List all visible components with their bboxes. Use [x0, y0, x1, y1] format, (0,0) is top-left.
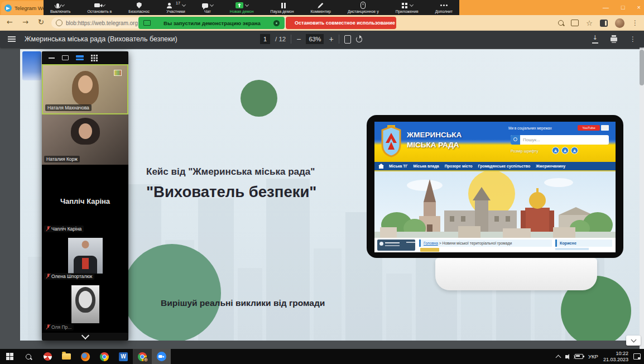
window-view-icon[interactable] [62, 55, 69, 60]
fit-page-icon[interactable] [344, 35, 351, 44]
participant-photo [68, 238, 103, 274]
url-text: blob:https://web.telegram.org [66, 20, 138, 26]
chevron-down-icon[interactable] [182, 2, 186, 6]
gallery-view-icon[interactable] [91, 55, 93, 56]
font-size-a-button[interactable]: A [552, 147, 559, 154]
participants-button[interactable]: 17 Участники [166, 2, 185, 13]
nav-item[interactable]: Міська влада [414, 164, 439, 168]
participant-name-tag: Оля Пр... [44, 324, 74, 331]
battery-icon[interactable] [575, 354, 583, 359]
panel-scroll-down-button[interactable] [42, 333, 128, 341]
youtube-badge[interactable]: YouTube [578, 125, 600, 131]
minimize-button[interactable]: — [603, 4, 609, 11]
reload-button[interactable]: ↻ [38, 18, 44, 26]
clock[interactable]: 10:22 21.03.2023 [603, 351, 628, 363]
rotate-icon[interactable] [356, 36, 362, 42]
stop-video-button[interactable]: Остановить в [87, 2, 112, 13]
share-page-icon[interactable] [571, 20, 579, 26]
pdf-scrollbar[interactable] [640, 47, 644, 349]
profile-avatar[interactable] [615, 18, 624, 28]
download-icon[interactable]: ↓ [592, 35, 598, 43]
keyboard-language[interactable]: УКР [588, 353, 598, 360]
chevron-down-icon[interactable] [61, 2, 65, 6]
chevron-down-icon[interactable] [102, 2, 105, 6]
zoom-level-value[interactable]: 63% [306, 34, 324, 44]
font-size-a-button[interactable]: A [561, 147, 569, 154]
speaker-view-icon[interactable] [76, 55, 84, 61]
site-name: ЖМЕРИНСЬКА МІСЬКА РАДА [407, 130, 462, 150]
video-tile[interactable]: Чапліч Каріна Чапліч Каріна [42, 165, 128, 234]
speaker-icon[interactable] [565, 355, 568, 358]
chevron-down-icon[interactable] [245, 2, 249, 6]
chrome-active-button[interactable] [133, 349, 152, 364]
apps-button[interactable]: Приложения [396, 2, 419, 13]
news-button[interactable] [420, 248, 439, 252]
close-button[interactable]: × [637, 4, 641, 11]
embed-widget[interactable] [377, 240, 415, 251]
chat-button[interactable]: Чат [202, 2, 213, 13]
tray-date: 21.03.2023 [603, 357, 628, 362]
word-button[interactable]: W [114, 349, 133, 364]
pause-share-button[interactable]: Пауза демон [271, 2, 294, 13]
font-size-a-button[interactable]: A [571, 147, 578, 154]
zoom-in-button[interactable]: + [329, 35, 333, 43]
breadcrumb-home-link[interactable]: Головна [424, 241, 438, 245]
print-icon[interactable] [611, 37, 617, 41]
remote-control-button[interactable]: Дистанционное у [348, 2, 379, 13]
security-button[interactable]: Безопаснос [128, 2, 150, 13]
search-icon [26, 354, 31, 360]
side-panel-icon[interactable] [600, 20, 608, 27]
search-icon[interactable] [511, 135, 520, 145]
back-button[interactable]: ← [7, 18, 13, 26]
site-info-icon[interactable] [56, 20, 63, 26]
scrollbar-thumb[interactable] [640, 50, 644, 85]
video-tile[interactable]: Олена Шпорталюк [42, 234, 128, 282]
zoom-camera-icon [157, 352, 166, 361]
nav-item[interactable]: Прозоре місто [445, 164, 473, 168]
nav-item[interactable]: Міська ТГ [389, 164, 408, 168]
video-tile[interactable]: Оля Пр... [42, 282, 128, 333]
page-total-label: / 12 [275, 36, 286, 42]
new-share-button[interactable]: Новая демон [230, 2, 254, 13]
home-icon[interactable] [379, 166, 383, 169]
chrome-button[interactable] [95, 349, 114, 364]
start-button[interactable] [0, 349, 19, 364]
zoom-out-button[interactable]: − [296, 35, 301, 43]
wall-picture [114, 70, 122, 76]
video-tile[interactable]: Наталя Махначова [42, 64, 128, 114]
annotate-button[interactable]: Комментир [311, 2, 331, 13]
more-button[interactable]: Дополнит [435, 2, 453, 13]
chevron-down-icon[interactable] [410, 2, 414, 6]
zoom-page-icon[interactable] [558, 20, 564, 26]
pdf-more-icon[interactable]: ⋮ [629, 36, 636, 42]
site-search-field[interactable]: Пошук... [511, 135, 609, 145]
slide-title: "Вихователь безпеки" [146, 183, 316, 201]
forward-button[interactable]: → [22, 18, 28, 26]
file-explorer-button[interactable] [57, 349, 76, 364]
useful-link-item[interactable] [555, 248, 589, 250]
taskbar-search-button[interactable] [19, 349, 38, 364]
hidden-icons-chevron[interactable] [556, 355, 561, 360]
share-options-icon[interactable] [273, 20, 280, 26]
mouse-icon [361, 2, 366, 9]
scroll-down-button[interactable] [626, 336, 641, 346]
browser-menu-icon[interactable]: ⋮ [632, 20, 638, 26]
page-number-input[interactable]: 1 [260, 34, 270, 44]
pdf-content-area: Кейс від "Жмеринська міська рада" "Вихов… [0, 47, 644, 349]
mute-button[interactable]: Выключить [50, 2, 70, 13]
maximize-button[interactable]: □ [621, 4, 625, 11]
nav-item[interactable]: Громадянське суспільство [478, 164, 531, 168]
nav-item[interactable]: Жмеринчанину [536, 164, 565, 168]
chevron-down-icon[interactable] [210, 2, 214, 6]
video-tile[interactable]: Наталия Корж [42, 114, 128, 165]
pdf-document-title: Жмеринська міська рада (Вихователь безпе… [25, 35, 177, 43]
firefox-button[interactable] [76, 349, 95, 364]
pdf-menu-icon[interactable] [8, 36, 16, 37]
taskbar-app-red[interactable] [38, 349, 57, 364]
bookmark-star-icon[interactable]: ☆ [586, 20, 593, 27]
minimize-icon[interactable] [49, 58, 55, 59]
slide-subtitle: Кейс від "Жмеринська міська рада" [146, 166, 315, 178]
notification-center-icon[interactable] [633, 353, 641, 360]
zoom-app-button[interactable] [152, 349, 171, 364]
stop-sharing-button[interactable]: Остановить совместное использование [286, 17, 396, 29]
